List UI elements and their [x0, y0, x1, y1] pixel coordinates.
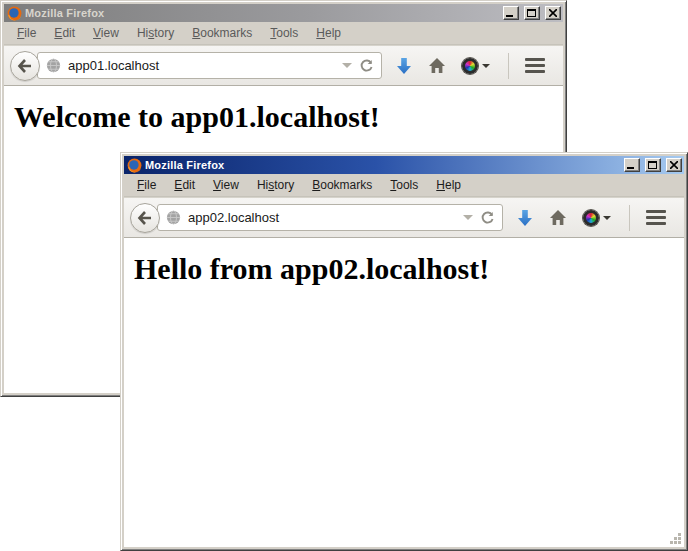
url-text: app02.localhost: [188, 210, 456, 225]
urlbar[interactable]: app01.localhost: [37, 52, 382, 79]
chevron-down-icon: [482, 64, 490, 68]
firefox-logo-icon: [127, 158, 142, 173]
menubar: FileEditViewHistoryBookmarksToolsHelp: [4, 22, 563, 45]
colorwheel-button[interactable]: [454, 54, 498, 78]
colorwheel-button[interactable]: [575, 206, 619, 230]
menu-item-help[interactable]: Help: [307, 23, 350, 43]
titlebar[interactable]: Mozilla Firefox: [124, 156, 684, 174]
urlbar[interactable]: app02.localhost: [157, 204, 503, 231]
firefox-logo-icon: [7, 6, 22, 21]
home-icon: [549, 209, 567, 226]
colorwheel-icon: [462, 58, 478, 74]
download-button[interactable]: [388, 53, 420, 79]
site-identity-globe-icon: [46, 58, 61, 73]
menu-item-edit[interactable]: Edit: [45, 23, 84, 43]
close-button[interactable]: [666, 158, 682, 172]
download-icon: [396, 57, 412, 75]
close-icon: [549, 9, 557, 17]
menu-item-tools[interactable]: Tools: [261, 23, 307, 43]
toolbar-separator: [508, 53, 509, 79]
menu-item-tools[interactable]: Tools: [381, 175, 427, 195]
menu-item-view[interactable]: View: [84, 23, 128, 43]
download-button[interactable]: [509, 205, 541, 231]
hamburger-icon: [646, 210, 666, 213]
menu-item-bookmarks[interactable]: Bookmarks: [303, 175, 381, 195]
menu-item-history[interactable]: History: [128, 23, 183, 43]
menubar: FileEditViewHistoryBookmarksToolsHelp: [124, 174, 684, 197]
urlbar-dropdown-icon[interactable]: [463, 215, 473, 220]
back-button[interactable]: [130, 203, 160, 233]
home-icon: [428, 57, 446, 74]
close-button[interactable]: [545, 6, 561, 20]
menu-item-bookmarks[interactable]: Bookmarks: [183, 23, 261, 43]
titlebar[interactable]: Mozilla Firefox: [4, 4, 563, 22]
toolbar-separator: [629, 205, 630, 231]
menu-item-file[interactable]: File: [128, 175, 165, 195]
window-title: Mozilla Firefox: [145, 159, 619, 171]
back-arrow-icon: [17, 59, 33, 73]
menu-item-view[interactable]: View: [204, 175, 248, 195]
menu-item-history[interactable]: History: [248, 175, 303, 195]
maximize-button[interactable]: [645, 158, 661, 172]
chevron-down-icon: [603, 216, 611, 220]
navigation-toolbar: app02.localhost: [124, 197, 684, 238]
reload-icon[interactable]: [359, 58, 374, 73]
browser-window-app02[interactable]: Mozilla Firefox FileEditViewHistoryBookm…: [120, 152, 688, 551]
urlbar-dropdown-icon[interactable]: [342, 63, 352, 68]
minimize-button[interactable]: [503, 6, 519, 20]
menu-item-help[interactable]: Help: [427, 175, 470, 195]
page-heading: Hello from app02.localhost!: [134, 252, 684, 286]
back-arrow-icon: [137, 211, 153, 225]
colorwheel-icon: [583, 210, 599, 226]
hamburger-icon: [525, 58, 545, 61]
resize-grip[interactable]: [678, 541, 681, 544]
home-button[interactable]: [420, 53, 454, 78]
window-title: Mozilla Firefox: [25, 7, 498, 19]
maximize-button[interactable]: [524, 6, 540, 20]
site-identity-globe-icon: [166, 210, 181, 225]
url-text: app01.localhost: [68, 58, 335, 73]
navigation-toolbar: app01.localhost: [4, 45, 563, 86]
toolbar-icons: [388, 53, 553, 79]
menu-panel-button[interactable]: [517, 54, 553, 77]
page-heading: Welcome to app01.localhost!: [14, 100, 563, 134]
menu-panel-button[interactable]: [638, 206, 674, 229]
home-button[interactable]: [541, 205, 575, 230]
download-icon: [517, 209, 533, 227]
reload-icon[interactable]: [480, 210, 495, 225]
menu-item-file[interactable]: File: [8, 23, 45, 43]
close-icon: [670, 161, 678, 169]
page-content: Hello from app02.localhost!: [124, 238, 684, 547]
toolbar-icons: [509, 205, 674, 231]
menu-item-edit[interactable]: Edit: [165, 175, 204, 195]
back-button[interactable]: [10, 51, 40, 81]
minimize-button[interactable]: [624, 158, 640, 172]
